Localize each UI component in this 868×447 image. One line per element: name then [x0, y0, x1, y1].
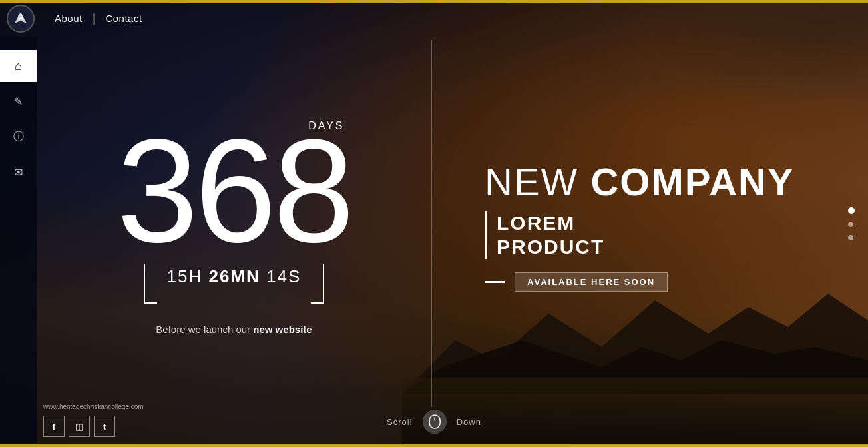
facebook-icon: f	[53, 422, 55, 432]
sidebar-item-info[interactable]: ⓘ	[0, 121, 37, 153]
page-dots	[848, 207, 855, 240]
company-title: NEW COMPANY	[485, 163, 868, 201]
accent-line	[485, 281, 505, 283]
page-dot-1[interactable]	[848, 207, 855, 214]
home-icon: ⌂	[15, 59, 22, 73]
bottom-border	[0, 444, 868, 447]
page-dot-2[interactable]	[848, 222, 853, 227]
instagram-icon: ◫	[75, 422, 83, 432]
sidebar-item-edit[interactable]: ✎	[0, 85, 37, 117]
seconds-unit: S	[288, 266, 301, 286]
logo[interactable]	[7, 5, 35, 33]
scroll-left-text: Scroll	[387, 417, 413, 427]
instagram-button[interactable]: ◫	[69, 416, 90, 437]
left-panel: DAYS 368 15H 26MN 14S Before we launch o…	[37, 37, 431, 444]
title-bold: COMPANY	[590, 160, 794, 203]
page-dot-3[interactable]	[848, 235, 853, 240]
nav-about[interactable]: About	[45, 13, 93, 24]
time-bracket: 15H 26MN 14S	[144, 250, 325, 304]
bracket-right	[311, 264, 324, 304]
title-light: NEW	[485, 160, 578, 203]
time-display: 15H 26MN 14S	[167, 266, 302, 287]
countdown-container: DAYS 368 15H 26MN 14S	[116, 120, 351, 304]
bottom-left: www.heritagechristiancollege.com f ◫ t	[43, 403, 144, 437]
available-soon: AVAILABLE HERE SOON	[485, 272, 868, 292]
bracket-left	[144, 264, 157, 304]
minutes-value: 26	[209, 266, 231, 286]
tagline-highlight: new website	[253, 324, 312, 335]
hours-value: 15	[167, 266, 189, 286]
svg-rect-1	[429, 415, 440, 428]
product-line2: PRODUCT	[497, 236, 604, 258]
edit-icon: ✎	[14, 95, 23, 108]
tagline: Before we launch our new website	[156, 324, 312, 335]
social-links: f ◫ t	[43, 416, 144, 437]
product-line1: LOREM	[497, 212, 575, 234]
sidebar-item-mail[interactable]: ✉	[0, 156, 37, 188]
mouse-icon[interactable]	[423, 410, 447, 434]
nav-contact[interactable]: Contact	[95, 13, 152, 24]
scroll-right-text: Down	[457, 417, 481, 427]
minutes-unit: MN	[230, 266, 260, 286]
header: About | Contact	[0, 0, 868, 37]
mail-icon: ✉	[14, 166, 23, 179]
product-name: LOREM PRODUCT	[485, 211, 868, 259]
twitter-button[interactable]: t	[94, 416, 115, 437]
hours-unit: H	[189, 266, 203, 286]
scroll-indicator: Scroll Down	[387, 410, 481, 434]
tagline-prefix: Before we launch our	[156, 324, 250, 335]
seconds-value: 14	[266, 266, 288, 286]
sidebar-item-home[interactable]: ⌂	[0, 50, 37, 82]
nav-links: About | Contact	[45, 11, 152, 25]
main-content: DAYS 368 15H 26MN 14S Before we launch o…	[37, 37, 868, 444]
website-url: www.heritagechristiancollege.com	[43, 403, 144, 410]
info-icon: ⓘ	[13, 130, 24, 144]
countdown-number: 368	[116, 125, 351, 257]
sidebar: ⌂ ✎ ⓘ ✉	[0, 37, 37, 444]
right-panel: NEW COMPANY LOREM PRODUCT AVAILABLE HERE…	[431, 37, 868, 444]
facebook-button[interactable]: f	[43, 416, 65, 437]
twitter-icon: t	[103, 422, 106, 432]
available-badge: AVAILABLE HERE SOON	[515, 272, 668, 292]
